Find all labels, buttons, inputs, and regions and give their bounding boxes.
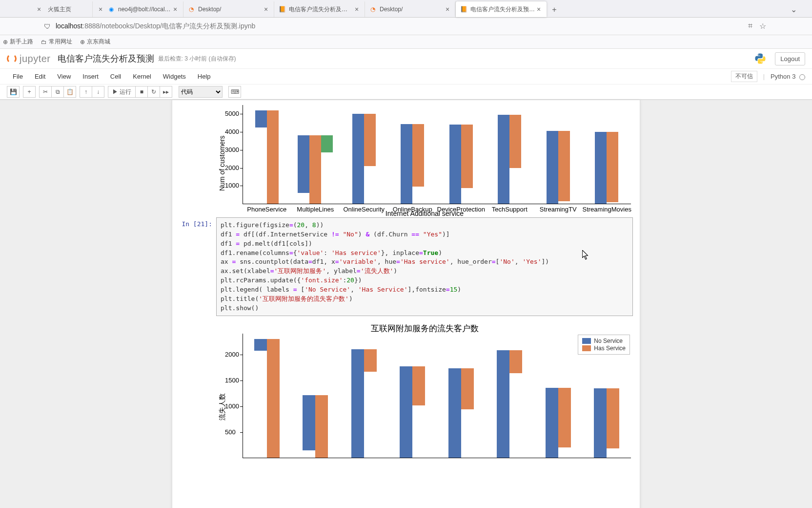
- new-tab-button[interactable]: +: [547, 5, 562, 17]
- notebook-container: . Num of customers Internet Additional s…: [172, 100, 640, 508]
- bar: [364, 114, 376, 166]
- bar: [509, 115, 521, 168]
- bookmark-item[interactable]: ⊕ 京东商城: [80, 38, 110, 46]
- tab-label: 电信客户流失分析及预测 - Jupy: [470, 5, 535, 14]
- bar: [254, 339, 267, 351]
- close-icon[interactable]: ×: [97, 5, 104, 13]
- menu-help[interactable]: Help: [192, 70, 217, 83]
- bar-group: [449, 125, 473, 204]
- tab-label: 火狐主页: [48, 5, 88, 14]
- bar: [509, 350, 522, 373]
- run-button[interactable]: ▶ 运行: [108, 86, 136, 98]
- tab-0[interactable]: × 火狐主页: [2, 1, 93, 17]
- bar-group: [352, 114, 376, 204]
- tab-5[interactable]: 📙 电信客户流失分析及预测 - Jupy ×: [456, 1, 547, 17]
- ytick-label: 1000: [225, 402, 239, 410]
- output-prompt: .: [172, 318, 216, 469]
- code-editor[interactable]: plt.figure(figsize=(20, 8))df1 = df[(df.…: [216, 217, 633, 316]
- qr-icon[interactable]: ⌗: [748, 21, 752, 31]
- bar: [321, 135, 333, 152]
- restart-run-button[interactable]: ▸▸: [160, 86, 172, 98]
- bar: [448, 368, 461, 458]
- save-button[interactable]: 💾: [7, 86, 20, 98]
- logout-button[interactable]: Logout: [775, 52, 805, 65]
- bar: [594, 388, 607, 458]
- copy-button[interactable]: ⧉: [51, 86, 64, 98]
- tab-1[interactable]: × ◉ neo4j@bolt://localhost:7687 ×: [93, 1, 183, 17]
- close-icon[interactable]: ×: [262, 5, 270, 13]
- bar: [352, 114, 364, 204]
- checkpoint-status: 最后检查: 3 小时前 (自动保存): [158, 55, 236, 63]
- bar-group: [594, 388, 619, 458]
- xcat-label: TechSupport: [486, 206, 534, 213]
- xcat-label: StreamingMovies: [583, 206, 631, 213]
- jupyter-logo-icon: [7, 54, 17, 64]
- notebook-name[interactable]: 电信客户流失分析及预测: [58, 53, 154, 64]
- chart2-legend: No Service Has Service: [578, 335, 630, 355]
- jupyter-icon: ◔: [369, 5, 377, 13]
- stop-button[interactable]: ■: [135, 86, 148, 98]
- bar: [547, 131, 558, 204]
- ytick-label: 500: [225, 428, 236, 436]
- bar-group: [254, 339, 280, 458]
- browser-tabstrip: × 火狐主页 × ◉ neo4j@bolt://localhost:7687 ×…: [0, 0, 812, 18]
- bar-group: [595, 132, 618, 204]
- kernel-indicator[interactable]: Python 3: [771, 73, 805, 80]
- tab-2[interactable]: ◔ Desktop/ ×: [183, 1, 274, 17]
- bar: [351, 349, 364, 458]
- bookmark-icon[interactable]: ☆: [759, 21, 766, 31]
- bar: [546, 388, 558, 458]
- close-icon[interactable]: ×: [353, 5, 361, 13]
- toolbar: 💾 + ✂ ⧉ 📋 ↑ ↓ ▶ 运行 ■ ↻ ▸▸ 代码: [0, 84, 812, 100]
- bar-group: [498, 115, 521, 204]
- legend-label: No Service: [594, 338, 623, 344]
- close-icon[interactable]: ×: [35, 5, 43, 13]
- notebook-icon: 📙: [278, 5, 286, 13]
- neo4j-icon: ◉: [107, 5, 115, 13]
- legend-swatch-icon: [582, 338, 591, 344]
- url-field[interactable]: localhost:8888/notebooks/Desktop/电信客户流失分…: [56, 22, 743, 31]
- menu-edit[interactable]: Edit: [29, 70, 51, 83]
- menu-view[interactable]: View: [51, 70, 77, 83]
- restart-button[interactable]: ↻: [147, 86, 160, 98]
- menu-cell[interactable]: Cell: [104, 70, 127, 83]
- bar: [401, 124, 412, 204]
- bar: [558, 388, 571, 448]
- menu-file[interactable]: File: [7, 70, 29, 83]
- move-down-button[interactable]: ↓: [92, 86, 104, 98]
- command-palette-button[interactable]: ⌨: [228, 86, 241, 98]
- bar: [309, 135, 321, 204]
- tab-3[interactable]: 📙 电信客户流失分析及预测 - Jupy ×: [274, 1, 365, 17]
- menu-insert[interactable]: Insert: [77, 70, 104, 83]
- bookmark-item[interactable]: ⊕ 新手上路: [3, 38, 33, 46]
- add-cell-button[interactable]: +: [23, 86, 36, 98]
- bar: [558, 131, 570, 201]
- trusted-indicator[interactable]: 不可信: [731, 71, 757, 82]
- tab-4[interactable]: ◔ Desktop/ ×: [365, 1, 456, 17]
- cut-button[interactable]: ✂: [39, 86, 52, 98]
- jupyter-logo[interactable]: jupyter: [7, 53, 51, 64]
- bar-group: [400, 366, 425, 458]
- move-up-button[interactable]: ↑: [80, 86, 92, 98]
- xcat-label: MultipleLines: [291, 206, 340, 213]
- bar-group: [546, 388, 571, 458]
- tab-dropdown-button[interactable]: ⌄: [791, 5, 810, 17]
- bookmark-item[interactable]: 🗀 常用网址: [41, 38, 72, 46]
- input-prompt: In [21]:: [172, 217, 216, 316]
- notebook-icon: 📙: [460, 5, 467, 13]
- bar: [607, 388, 619, 449]
- menu-widgets[interactable]: Widgets: [157, 70, 192, 83]
- menu-kernel[interactable]: Kernel: [127, 70, 157, 83]
- shield-icon[interactable]: 🛡: [44, 22, 51, 30]
- chart2-title: 互联网附加服务的流失客户数: [216, 323, 633, 334]
- code-cell[interactable]: In [21]: plt.figure(figsize=(20, 8))df1 …: [172, 216, 640, 317]
- paste-button[interactable]: 📋: [63, 86, 76, 98]
- close-icon[interactable]: ×: [535, 5, 543, 13]
- bar-group: [255, 110, 279, 204]
- tab-label: neo4j@bolt://localhost:7687: [118, 6, 171, 13]
- celltype-select[interactable]: 代码: [179, 86, 223, 98]
- bar: [267, 339, 280, 458]
- chart-internet-additional-service: Num of customers Internet Additional ser…: [216, 103, 633, 215]
- close-icon[interactable]: ×: [171, 5, 179, 13]
- close-icon[interactable]: ×: [444, 5, 451, 13]
